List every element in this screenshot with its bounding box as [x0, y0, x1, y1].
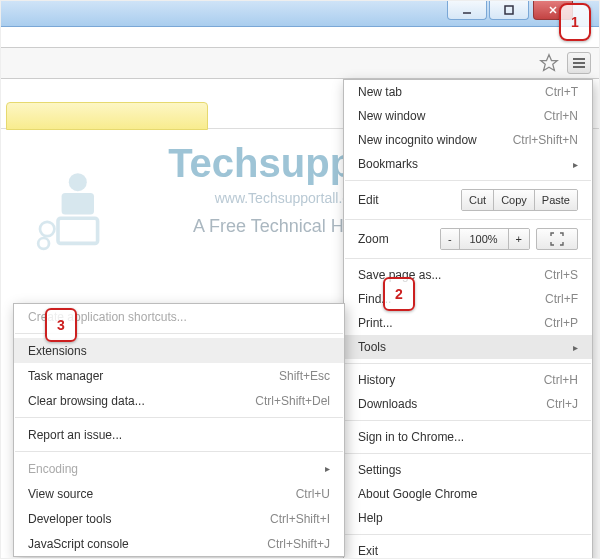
menu-print-label: Print... [358, 316, 393, 330]
menu-tools[interactable]: Tools▸ [344, 335, 592, 359]
menu-save-page[interactable]: Save page as...Ctrl+S [344, 263, 592, 287]
menu-new-window[interactable]: New windowCtrl+N [344, 104, 592, 128]
menu-downloads[interactable]: DownloadsCtrl+J [344, 392, 592, 416]
tools-view-source[interactable]: View sourceCtrl+U [14, 481, 344, 506]
menu-signin-label: Sign in to Chrome... [358, 430, 464, 444]
shortcut-text: Ctrl+J [526, 397, 578, 411]
menu-about-label: About Google Chrome [358, 487, 477, 501]
zoom-in-button[interactable]: + [509, 229, 529, 249]
shortcut-text: Ctrl+H [524, 373, 578, 387]
tools-dev-tools-label: Developer tools [28, 512, 111, 526]
shortcut-text: Ctrl+Shift+J [247, 537, 330, 551]
menu-separator [345, 180, 591, 181]
menu-separator [345, 453, 591, 454]
submenu-arrow-icon: ▸ [325, 463, 330, 474]
tools-encoding[interactable]: Encoding▸ [14, 456, 344, 481]
menu-bookmarks[interactable]: Bookmarks▸ [344, 152, 592, 176]
menu-signin[interactable]: Sign in to Chrome... [344, 425, 592, 449]
chrome-menu-button[interactable] [567, 52, 591, 74]
tools-task-manager-label: Task manager [28, 369, 103, 383]
callout-number: 3 [57, 317, 65, 333]
edit-paste-button[interactable]: Paste [535, 190, 577, 210]
tools-encoding-label: Encoding [28, 462, 78, 476]
menu-separator [345, 420, 591, 421]
menu-edit-row: Edit Cut Copy Paste [344, 185, 592, 215]
menu-about[interactable]: About Google Chrome [344, 482, 592, 506]
menu-bookmarks-label: Bookmarks [358, 157, 418, 171]
annotation-callout-1: 1 [559, 3, 591, 41]
menu-separator [345, 258, 591, 259]
menu-zoom-label: Zoom [358, 232, 434, 246]
menu-new-incognito[interactable]: New incognito windowCtrl+Shift+N [344, 128, 592, 152]
menu-downloads-label: Downloads [358, 397, 417, 411]
menu-print[interactable]: Print...Ctrl+P [344, 311, 592, 335]
tools-js-console-label: JavaScript console [28, 537, 129, 551]
shortcut-text: Ctrl+F [525, 292, 578, 306]
tools-view-source-label: View source [28, 487, 93, 501]
menu-new-tab-shortcut: Ctrl+T [525, 85, 578, 99]
callout-number: 1 [571, 14, 579, 30]
menu-new-incognito-label: New incognito window [358, 133, 477, 147]
menu-help[interactable]: Help [344, 506, 592, 530]
menu-settings-label: Settings [358, 463, 401, 477]
menu-help-label: Help [358, 511, 383, 525]
browser-toolbar [1, 47, 599, 79]
shortcut-text: Ctrl+N [524, 109, 578, 123]
tools-report-issue[interactable]: Report an issue... [14, 422, 344, 447]
submenu-arrow-icon: ▸ [573, 342, 578, 353]
svg-marker-4 [541, 55, 558, 71]
svg-rect-1 [505, 6, 513, 14]
menu-separator [345, 363, 591, 364]
tools-clear-browsing-data[interactable]: Clear browsing data...Ctrl+Shift+Del [14, 388, 344, 413]
chrome-main-menu: New tabCtrl+T New windowCtrl+N New incog… [343, 79, 593, 559]
bookmark-star-icon[interactable] [539, 53, 559, 73]
tools-clear-data-label: Clear browsing data... [28, 394, 145, 408]
menu-edit-label: Edit [358, 193, 455, 207]
menu-new-window-label: New window [358, 109, 425, 123]
menu-find[interactable]: Find...Ctrl+F [344, 287, 592, 311]
menu-zoom-row: Zoom - 100% + [344, 224, 592, 254]
menu-separator [345, 219, 591, 220]
shortcut-text: Ctrl+S [524, 268, 578, 282]
shortcut-text: Ctrl+Shift+Del [235, 394, 330, 408]
menu-history[interactable]: HistoryCtrl+H [344, 368, 592, 392]
edit-cut-button[interactable]: Cut [462, 190, 494, 210]
screenshot-stage: Techsupportall www.Techsupportall.com .c… [0, 0, 600, 559]
shortcut-text: Ctrl+Shift+N [493, 133, 578, 147]
shortcut-text: Ctrl+Shift+I [250, 512, 330, 526]
window-maximize-button[interactable] [489, 1, 529, 20]
shortcut-text: Ctrl+P [524, 316, 578, 330]
annotation-callout-2: 2 [383, 277, 415, 311]
submenu-arrow-icon: ▸ [573, 159, 578, 170]
menu-new-tab[interactable]: New tabCtrl+T [344, 80, 592, 104]
window-minimize-button[interactable] [447, 1, 487, 20]
tools-task-manager[interactable]: Task managerShift+Esc [14, 363, 344, 388]
zoom-level-display: 100% [460, 229, 509, 249]
fullscreen-button[interactable] [536, 228, 578, 250]
menu-tools-label: Tools [358, 340, 386, 354]
zoom-out-button[interactable]: - [441, 229, 460, 249]
tools-developer-tools[interactable]: Developer toolsCtrl+Shift+I [14, 506, 344, 531]
menu-separator [15, 417, 343, 418]
annotation-callout-3: 3 [45, 308, 77, 342]
callout-number: 2 [395, 286, 403, 302]
menu-exit[interactable]: Exit [344, 539, 592, 559]
edit-copy-button[interactable]: Copy [494, 190, 535, 210]
svg-point-9 [38, 238, 49, 249]
shortcut-text: Ctrl+U [276, 487, 330, 501]
menu-separator [345, 534, 591, 535]
browser-tab[interactable] [6, 102, 208, 130]
menu-exit-label: Exit [358, 544, 378, 558]
tools-report-label: Report an issue... [28, 428, 122, 442]
shortcut-text: Shift+Esc [259, 369, 330, 383]
menu-settings[interactable]: Settings [344, 458, 592, 482]
menu-history-label: History [358, 373, 395, 387]
tools-extensions-label: Extensions [28, 344, 87, 358]
menu-new-tab-label: New tab [358, 85, 402, 99]
tools-js-console[interactable]: JavaScript consoleCtrl+Shift+J [14, 531, 344, 556]
menu-separator [15, 451, 343, 452]
